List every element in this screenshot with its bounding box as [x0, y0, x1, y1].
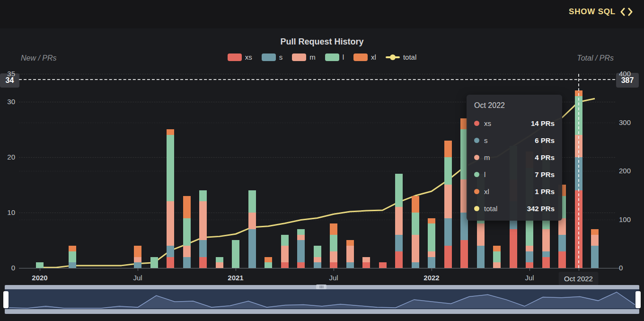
datazoom-grip-handle[interactable]	[316, 285, 326, 289]
bar-segment-l[interactable]	[281, 235, 289, 246]
bar-segment-s[interactable]	[314, 262, 321, 268]
bar-segment-s[interactable]	[412, 262, 419, 268]
bar-segment-xs[interactable]	[395, 251, 403, 268]
bar-segment-s[interactable]	[591, 246, 599, 268]
bar-segment-xl[interactable]	[493, 246, 501, 251]
bar-segment-l[interactable]	[199, 190, 207, 201]
bar-segment-m[interactable]	[134, 257, 141, 263]
bar-segment-xl[interactable]	[134, 246, 141, 257]
datazoom-track-bottom[interactable]	[5, 309, 639, 314]
bar-segment-xs[interactable]	[542, 257, 550, 268]
bar-segment-xl[interactable]	[444, 141, 452, 157]
bar-segment-m[interactable]	[526, 246, 533, 251]
bar-segment-xl[interactable]	[183, 196, 191, 218]
datazoom-left-handle[interactable]	[3, 291, 9, 308]
bar-segment-xl[interactable]	[412, 196, 419, 213]
legend-item-l[interactable]: l	[325, 53, 344, 61]
bar-segment-l[interactable]	[493, 251, 501, 262]
bar-segment-m[interactable]	[542, 229, 550, 251]
bar-segment-m[interactable]	[444, 185, 452, 218]
bar-segment-l[interactable]	[412, 213, 419, 235]
bar-segment-s[interactable]	[395, 235, 403, 251]
bar-segment-xs[interactable]	[526, 262, 533, 268]
bar-segment-l[interactable]	[330, 235, 337, 251]
bar-segment-l[interactable]	[428, 223, 435, 251]
legend-item-total[interactable]: total	[386, 53, 416, 61]
bar-segment-xs[interactable]	[330, 262, 337, 268]
bar-segment-l[interactable]	[69, 251, 76, 262]
bar-segment-s[interactable]	[134, 262, 141, 268]
bar-segment-m[interactable]	[248, 213, 256, 229]
bar-segment-s[interactable]	[199, 240, 207, 257]
bar-segment-s[interactable]	[183, 257, 191, 268]
bar-segment-l[interactable]	[444, 157, 452, 185]
bar-segment-s[interactable]	[558, 235, 566, 251]
bar-segment-s[interactable]	[526, 251, 533, 262]
legend-item-xl[interactable]: xl	[353, 53, 376, 61]
legend-label: s	[279, 53, 283, 61]
bar-segment-xl[interactable]	[69, 246, 76, 251]
bar-segment-xs[interactable]	[558, 251, 566, 268]
bar-segment-s[interactable]	[444, 218, 452, 246]
bar-segment-l[interactable]	[36, 262, 44, 268]
bar-segment-m[interactable]	[330, 251, 337, 262]
bar-segment-m[interactable]	[183, 246, 191, 257]
bar-segment-xl[interactable]	[346, 240, 354, 246]
y-axis-tick-label-left: 35	[0, 70, 15, 78]
bar-segment-s[interactable]	[477, 246, 485, 268]
bar-segment-l[interactable]	[232, 240, 239, 268]
bar-segment-m[interactable]	[167, 201, 174, 246]
bar-segment-l[interactable]	[183, 218, 191, 246]
bar-segment-xs[interactable]	[281, 262, 289, 268]
bar-segment-xl[interactable]	[167, 129, 174, 135]
bar-segment-m[interactable]	[314, 257, 321, 263]
bar-segment-xs[interactable]	[379, 262, 387, 268]
bar-segment-xs[interactable]	[167, 257, 174, 268]
bar-segment-xs[interactable]	[297, 262, 305, 268]
bar-segment-l[interactable]	[314, 246, 321, 257]
bar-segment-m[interactable]	[428, 251, 435, 257]
bar-segment-l[interactable]	[297, 229, 305, 235]
bar-segment-xs[interactable]	[444, 246, 452, 268]
bar-segment-s[interactable]	[346, 262, 354, 268]
bar-segment-l[interactable]	[395, 174, 403, 207]
bar-segment-xs[interactable]	[510, 229, 517, 268]
x-axis-tickmark	[138, 268, 138, 271]
bar-segment-m[interactable]	[297, 235, 305, 241]
legend-item-xs[interactable]: xs	[228, 53, 252, 61]
bar-segment-xs[interactable]	[199, 257, 207, 268]
legend-item-m[interactable]: m	[292, 53, 316, 61]
bar-segment-m[interactable]	[412, 235, 419, 263]
bar-segment-s[interactable]	[69, 262, 76, 268]
bar-segment-xl[interactable]	[265, 257, 272, 263]
bar-segment-s[interactable]	[542, 251, 550, 257]
bar-segment-m[interactable]	[477, 223, 485, 246]
bar-segment-s[interactable]	[428, 257, 435, 268]
bar-segment-xs[interactable]	[362, 262, 370, 268]
bar-segment-m[interactable]	[362, 257, 370, 263]
bar-segment-m[interactable]	[395, 207, 403, 235]
bar-segment-l[interactable]	[167, 135, 174, 202]
bar-segment-l[interactable]	[248, 190, 256, 213]
show-sql-button[interactable]: SHOW SQL	[566, 7, 635, 17]
bar-segment-xl[interactable]	[330, 223, 337, 234]
bar-segment-xs[interactable]	[460, 240, 468, 268]
bar-segment-s[interactable]	[297, 240, 305, 262]
bar-segment-s[interactable]	[248, 229, 256, 268]
y-axis-tick-label-right: 0	[619, 264, 623, 272]
bar-segment-m[interactable]	[281, 246, 289, 262]
bar-segment-xl[interactable]	[591, 229, 599, 235]
bar-segment-m[interactable]	[591, 235, 599, 246]
bar-segment-m[interactable]	[216, 262, 223, 268]
bar-segment-l[interactable]	[216, 257, 223, 263]
x-axis-tick-label: 2021	[228, 274, 243, 282]
bar-segment-s[interactable]	[167, 246, 174, 257]
legend-item-s[interactable]: s	[262, 53, 283, 61]
datazoom-right-handle[interactable]	[635, 291, 641, 308]
bar-segment-xl[interactable]	[428, 218, 435, 224]
bar-segment-m[interactable]	[346, 246, 354, 262]
bar-segment-m[interactable]	[199, 201, 207, 240]
bar-segment-l[interactable]	[265, 262, 272, 268]
bar-segment-l[interactable]	[150, 257, 158, 268]
bar-segment-m[interactable]	[493, 262, 501, 268]
